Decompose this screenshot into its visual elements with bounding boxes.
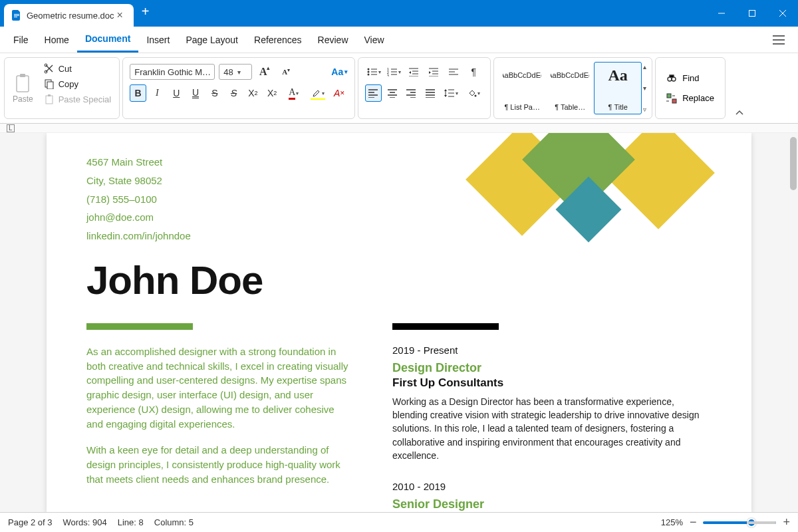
zoom-slider[interactable] (703, 521, 776, 524)
style-table[interactable]: AaBbCcDdEe ¶ Table… (546, 62, 594, 114)
double-strikethrough-button[interactable]: S (225, 84, 242, 102)
tab-stop-marker[interactable]: L (7, 124, 15, 132)
align-center-button[interactable] (384, 84, 400, 102)
title-bar: Geometric resume.doc × + (0, 0, 798, 27)
subscript-button[interactable]: X2 (264, 84, 281, 102)
maximize-button[interactable] (737, 0, 767, 27)
line-spacing-button[interactable]: ▾ (441, 84, 461, 102)
clipboard-group: Paste Cut Copy Paste Special (4, 57, 120, 119)
status-page[interactable]: Page 2 of 3 (8, 517, 53, 527)
cut-button[interactable]: Cut (40, 62, 116, 75)
bold-button[interactable]: B (130, 84, 146, 102)
style-title[interactable]: Aa ¶ Title (594, 62, 642, 114)
strikethrough-button[interactable]: S (206, 84, 223, 102)
copy-button[interactable]: Copy (40, 77, 116, 90)
green-divider (86, 323, 193, 330)
svg-point-17 (672, 77, 676, 81)
status-line[interactable]: Line: 8 (118, 517, 144, 527)
font-color-button[interactable]: A▾ (283, 84, 305, 102)
italic-button[interactable]: I (149, 84, 166, 102)
svg-point-16 (668, 77, 672, 81)
job-dates: 2010 - 2019 (392, 481, 712, 492)
font-name-combo[interactable]: Franklin Gothic M…▾ (130, 64, 215, 80)
copy-icon (44, 78, 55, 89)
styles-scroll[interactable]: ▴▾▿ (642, 62, 648, 114)
double-underline-button[interactable]: U (188, 84, 204, 102)
numbering-button[interactable]: 123▾ (385, 63, 402, 80)
underline-button[interactable]: U (168, 84, 185, 102)
status-words[interactable]: Words: 904 (63, 517, 107, 527)
paste-icon (14, 73, 31, 93)
status-bar: Page 2 of 3 Words: 904 Line: 8 Column: 5… (0, 512, 798, 532)
decrease-indent-button[interactable] (405, 63, 422, 80)
menu-file[interactable]: File (5, 31, 37, 49)
status-column[interactable]: Column: 5 (154, 517, 194, 527)
find-button[interactable]: Find (666, 73, 714, 84)
menu-references[interactable]: References (246, 31, 310, 49)
document-area[interactable]: 4567 Main Street City, State 98052 (718)… (0, 133, 798, 512)
highlight-button[interactable]: ▾ (307, 84, 329, 102)
geometric-header-graphic (459, 133, 738, 253)
align-left-button[interactable] (365, 84, 382, 102)
new-tab-button[interactable]: + (134, 4, 158, 23)
change-case-button[interactable]: Aa▾ (331, 66, 348, 77)
job-title: Senior Designer (392, 497, 712, 511)
style-list-paragraph[interactable]: AaBbCcDdEe ¶ List Pa… (498, 62, 546, 114)
paste-special-button[interactable]: Paste Special (40, 92, 116, 106)
replace-icon (666, 93, 677, 104)
menu-home[interactable]: Home (37, 31, 77, 49)
shading-button[interactable]: ▾ (464, 84, 483, 102)
highlight-icon (312, 88, 321, 98)
shrink-font-button[interactable]: A▾ (277, 63, 295, 80)
paste-special-icon (44, 94, 55, 104)
svg-rect-2 (20, 74, 25, 77)
document-tab[interactable]: Geometric resume.doc × (4, 4, 134, 27)
experience-entry: 2019 - Present Design Director First Up … (392, 344, 712, 462)
menu-view[interactable]: View (356, 31, 392, 49)
ruler[interactable]: L (0, 124, 798, 133)
summary-block: As an accomplished designer with a stron… (86, 344, 352, 487)
ltr-button[interactable] (445, 63, 462, 80)
styles-group: AaBbCcDdEe ¶ List Pa… AaBbCcDdEe ¶ Table… (493, 57, 652, 119)
job-company: First Up Consultants (392, 376, 712, 390)
close-tab-icon[interactable]: × (114, 9, 126, 21)
resume-name-heading: John Doe (86, 257, 712, 303)
minimize-button[interactable] (706, 0, 737, 27)
increase-indent-button[interactable] (425, 63, 442, 80)
close-window-button[interactable] (767, 0, 798, 27)
pilcrow-button[interactable]: ¶ (465, 63, 482, 80)
justify-button[interactable] (422, 84, 438, 102)
vertical-scrollbar[interactable] (790, 137, 797, 190)
align-right-button[interactable] (403, 84, 419, 102)
svg-rect-7 (46, 96, 53, 104)
replace-button[interactable]: Replace (666, 93, 714, 104)
superscript-button[interactable]: X2 (245, 84, 261, 102)
menu-page-layout[interactable]: Page Layout (178, 31, 246, 49)
zoom-slider-thumb[interactable] (747, 518, 756, 527)
svg-rect-6 (47, 82, 53, 89)
collapse-ribbon-button[interactable] (728, 107, 751, 119)
editing-group: Find Replace (655, 57, 726, 119)
zoom-in-button[interactable]: + (783, 515, 790, 529)
font-size-combo[interactable]: 48▾ (219, 64, 252, 80)
svg-point-9 (367, 68, 369, 70)
menu-document[interactable]: Document (77, 29, 138, 53)
summary-paragraph-1: As an accomplished designer with a stron… (86, 344, 352, 432)
svg-rect-18 (667, 94, 671, 98)
paste-button[interactable]: Paste (9, 62, 37, 114)
zoom-level[interactable]: 125% (661, 517, 683, 527)
menu-bar: File Home Document Insert Page Layout Re… (0, 27, 798, 53)
hamburger-icon[interactable] (765, 31, 793, 49)
scissors-icon (44, 63, 55, 74)
svg-rect-0 (749, 11, 755, 17)
menu-review[interactable]: Review (310, 31, 356, 49)
grow-font-button[interactable]: A▴ (256, 63, 273, 80)
window-controls (706, 0, 798, 27)
clear-formatting-button[interactable]: A✕ (331, 84, 348, 102)
paragraph-group: ▾ 123▾ ¶ ▾ ▾ (358, 57, 491, 119)
svg-point-11 (367, 74, 369, 76)
menu-insert[interactable]: Insert (138, 31, 178, 49)
svg-point-15 (474, 95, 476, 97)
bullets-button[interactable]: ▾ (365, 63, 382, 80)
zoom-out-button[interactable]: − (690, 515, 697, 529)
